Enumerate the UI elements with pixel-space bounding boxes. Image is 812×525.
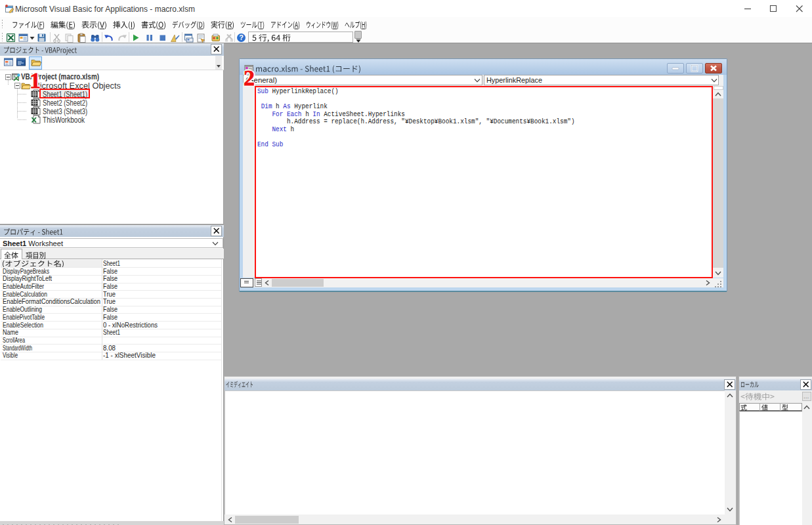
svg-text:?: ? <box>239 33 244 41</box>
